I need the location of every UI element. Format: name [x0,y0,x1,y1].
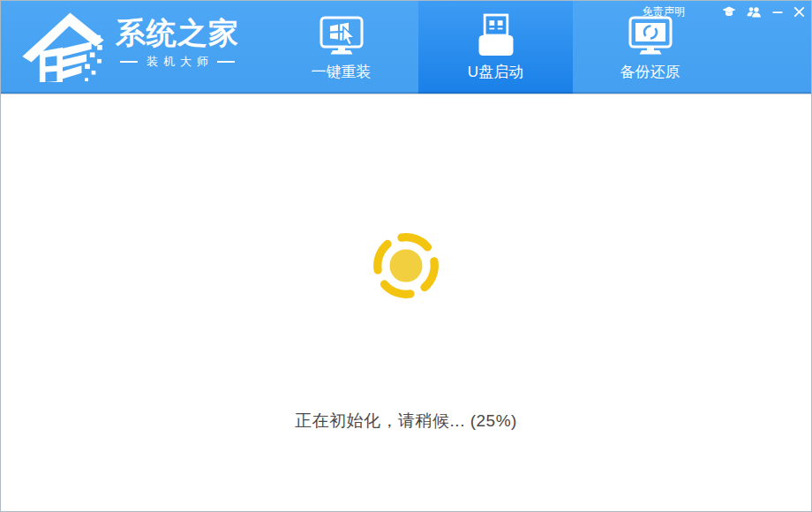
app-subtitle-label: 装机大师 [147,54,214,70]
disclaimer-link[interactable]: 免责声明 [643,4,685,19]
house-pixels-logo-icon [20,8,105,82]
graduation-cap-icon[interactable] [722,6,736,18]
close-icon[interactable] [793,6,805,18]
logo-text: 系统之家 装机大师 [112,15,243,70]
tab-label: U盘启动 [468,64,523,81]
tab-label: 备份还原 [620,64,680,81]
header: 系统之家 装机大师 [1,1,811,94]
subtitle-dash [120,61,138,63]
users-icon[interactable] [747,6,762,18]
subtitle-dash [217,61,235,63]
usb-drive-icon [476,11,516,60]
app-window: 系统之家 装机大师 [0,0,812,512]
tab-label: 一键重装 [312,64,372,81]
status-text: 正在初始化，请稍候... (25%) [1,410,811,433]
spinner-icon [367,227,445,305]
tab-usb-boot[interactable]: U盘启动 [418,1,573,94]
tab-one-key-reinstall[interactable]: 一键重装 [264,1,418,94]
monitor-windows-cursor-icon [319,11,365,60]
app-subtitle: 装机大师 [112,54,243,70]
minimize-icon[interactable] [772,7,783,18]
titlebar-controls: 免责声明 [643,4,805,19]
app-title: 系统之家 [112,15,243,50]
app-logo: 系统之家 装机大师 [20,8,243,82]
content-area: 正在初始化，请稍候... (25%) [1,94,811,512]
